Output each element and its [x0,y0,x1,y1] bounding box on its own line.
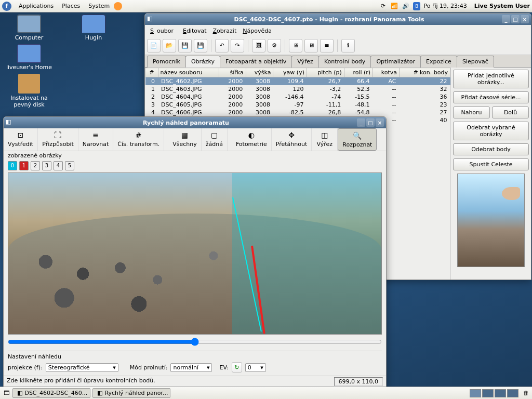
table-row[interactable]: 0DSC_4602.JPG20003008109,426,766,4AC22 [145,77,450,86]
table-row[interactable]: 3DSC_4605.JPG20003008-97-11,1-48,1--23 [145,101,450,109]
table-row[interactable]: 2DSC_4604.JPG20003008-146,4-74-15,5--36 [145,93,450,101]
close-button[interactable]: × [521,15,529,23]
desktop-hugin[interactable]: Hugin [68,15,119,41]
add-images-button[interactable]: Přidat jednotlivé obrázky... [453,70,529,88]
user-menu[interactable]: Live System User [474,3,530,9]
new-button[interactable]: 📄 [147,39,161,52]
workspace-switcher[interactable]: 🗑 [470,389,530,397]
crop-button[interactable]: ◫Výřez [312,128,338,151]
addimage-button[interactable]: 🖼 [252,39,265,52]
hfov-slider[interactable] [8,338,382,348]
run-celeste-button[interactable]: Spustit Celeste [453,158,529,170]
tab-body[interactable]: Kontrolní body [318,56,371,68]
maximize-button[interactable]: □ [366,118,375,127]
tab-pomocnik[interactable]: Pomocník [147,56,186,68]
glpreview-button[interactable]: 🖥 [304,39,318,52]
bluetooth-icon[interactable]: B [413,2,420,10]
taskbar-preview[interactable]: ◧Rychlý náhled panor... [92,388,170,398]
minimize-button[interactable]: _ [357,118,365,127]
desktop-install[interactable]: Instalovat na pevný disk [3,74,55,108]
saveas-button[interactable]: 💾 [194,39,207,52]
list-button[interactable]: ≡ [320,39,334,52]
menu-places[interactable]: Places [58,3,84,9]
minimize-button[interactable]: _ [502,15,510,23]
blend-select[interactable]: normální▾ [170,363,212,372]
update-icon[interactable]: ⟳ [379,2,387,10]
clock[interactable]: Po říj 19, 23:43 [423,3,467,9]
preview-button[interactable]: 🖥 [289,39,302,52]
close-button[interactable]: × [376,118,384,127]
drag-button[interactable]: ✥Přetáhnout [272,128,312,151]
move-down-button[interactable]: Dolů [492,107,529,118]
preview-titlebar[interactable]: ◧ Rychlý náhled panoramatu _ □ × [4,117,386,128]
add-timeseries-button[interactable]: Přidat časové série... [453,91,529,103]
col-width[interactable]: šířka [219,68,246,77]
menu-zobrazit[interactable]: Zobrazit [210,28,240,34]
hugin-titlebar[interactable]: ◧ DSC_4602-DSC_4607.pto - Hugin - rozhra… [145,14,531,25]
workspace-4[interactable] [507,389,518,397]
img-toggle-2[interactable]: 2 [31,161,40,170]
numtransform-button[interactable]: #Čís. transform. [113,128,164,151]
tab-fotoaparat[interactable]: Fotoaparát a objektiv [220,56,292,68]
show-all-button[interactable]: ▦Všechny [168,128,202,151]
workspace-3[interactable] [495,389,506,397]
redo-button[interactable]: ↷ [231,39,244,52]
tab-slepovac[interactable]: Slepovač [457,56,494,68]
undo-button[interactable]: ↶ [215,39,229,52]
workspace-2[interactable] [482,389,494,397]
firefox-icon[interactable] [114,2,122,10]
tab-expozice[interactable]: Expozice [420,56,457,68]
preview-canvas[interactable] [8,172,382,335]
straighten-button[interactable]: ≡Narovnat [78,128,114,151]
open-button[interactable]: 📂 [163,39,176,52]
image-table[interactable]: # název souboru šířka výška yaw (y) pitc… [145,68,450,124]
col-name[interactable]: název souboru [158,68,219,77]
img-toggle-1[interactable]: 1 [19,161,29,170]
menu-system[interactable]: System [84,3,114,9]
projection-select[interactable]: Stereografické▾ [46,363,118,372]
col-roll[interactable]: roll (r) [344,68,373,77]
table-row[interactable]: 4DSC_4606.JPG20003008-82,526,8-54,8--27 [145,109,450,116]
menu-soubor[interactable]: Soubor [147,28,180,34]
maximize-button[interactable]: □ [511,15,520,23]
about-button[interactable]: ℹ [341,39,355,52]
photometrics-button[interactable]: ◐Fotometrie [232,128,272,151]
center-button[interactable]: ⊡Vystředit [4,128,38,151]
trash-icon[interactable]: 🗑 [522,389,530,397]
menu-napoveda[interactable]: Nápověda [240,28,275,34]
show-none-button[interactable]: ▢žádná [202,128,228,151]
col-num[interactable]: # [145,68,158,77]
img-toggle-5[interactable]: 5 [65,161,74,170]
tab-optimalizator[interactable]: Optimalizátor [370,56,421,68]
optimize-button[interactable]: ⚙ [268,39,281,52]
ev-spinner[interactable]: 0▾ [245,363,266,372]
tab-vyrez[interactable]: Výřez [291,56,319,68]
menu-editovat[interactable]: Editovat [180,28,210,34]
save-button[interactable]: 💾 [178,39,192,52]
tab-obrazky[interactable]: Obrázky [185,56,220,68]
img-toggle-0[interactable]: 0 [8,161,17,170]
network-icon[interactable]: 📶 [390,2,398,10]
img-toggle-3[interactable]: 3 [42,161,51,170]
col-height[interactable]: výška [246,68,273,77]
desktop-computer[interactable]: Computer [3,15,55,41]
move-up-button[interactable]: Nahoru [453,107,490,118]
col-pitch[interactable]: pitch (p) [307,68,344,77]
img-toggle-4[interactable]: 4 [54,161,63,170]
table-row[interactable]: 1DSC_4603.JPG20003008120-3,252,3--32 [145,85,450,93]
identify-button[interactable]: 🔍Rozpoznat [338,128,377,151]
taskbar-hugin[interactable]: ◧DSC_4602-DSC_460... [12,388,90,398]
remove-images-button[interactable]: Odebrat vybrané obrázky [453,122,529,140]
fit-button[interactable]: ⛶Přizpůsobit [38,128,78,151]
fedora-icon[interactable]: f [2,2,11,11]
show-desktop-icon[interactable]: 🗔 [2,389,10,397]
col-points[interactable]: # kon. body [400,68,450,77]
col-anchor[interactable]: kotva [373,68,400,77]
col-yaw[interactable]: yaw (y) [273,68,307,77]
workspace-1[interactable] [470,389,481,397]
desktop-home[interactable]: liveuser's Home [3,44,55,71]
menu-applications[interactable]: Applications [15,3,58,9]
volume-icon[interactable]: 🔊 [402,2,410,10]
ev-reset-button[interactable]: ↻ [232,362,242,373]
remove-points-button[interactable]: Odebrat body [453,143,529,155]
